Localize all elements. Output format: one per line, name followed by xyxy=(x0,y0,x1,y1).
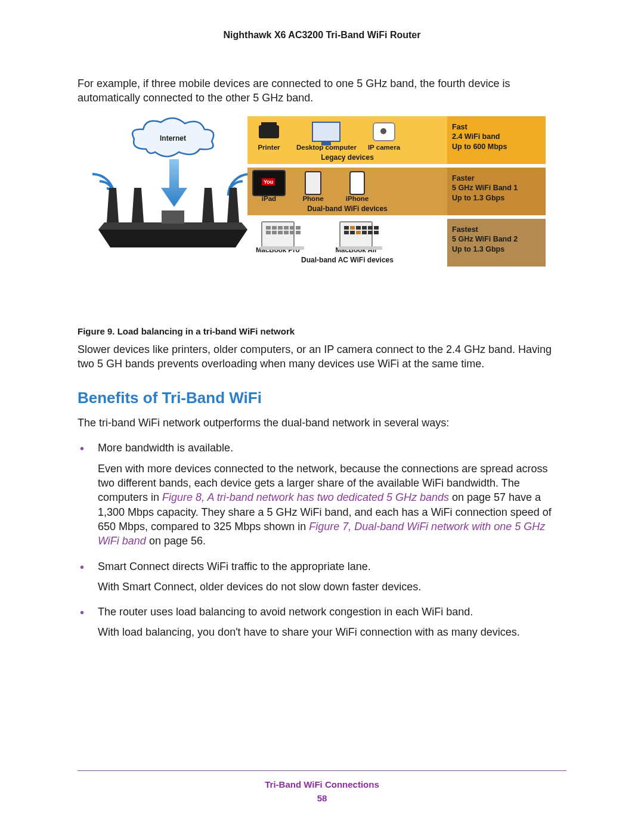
device-ipad: iPad xyxy=(252,171,286,202)
device-label: Printer xyxy=(258,144,280,151)
band-stack: Printer Desktop computer IP camera Legac… xyxy=(247,116,546,318)
speed-band: 5 GHz WiFi Band 2 xyxy=(452,234,541,244)
band-2-4ghz: Printer Desktop computer IP camera Legac… xyxy=(247,116,546,164)
speed-band: 5 GHz WiFi Band 1 xyxy=(452,183,541,193)
bullet-lead: Smart Connect directs WiFi traffic to th… xyxy=(98,559,566,574)
list-item: The router uses load balancing to avoid … xyxy=(78,605,566,640)
svg-marker-2 xyxy=(202,188,214,222)
speed-band: 2.4 WiFi band xyxy=(452,132,541,142)
benefits-list: More bandwidth is available. Even with m… xyxy=(78,441,566,639)
figure-caption: Figure 9. Load balancing in a tri-band W… xyxy=(78,326,566,336)
laptop-icon xyxy=(261,221,295,247)
band-5ghz-2: MacBook Pro MacBook Air Dual-band AC WiF… xyxy=(247,219,546,267)
svg-rect-4 xyxy=(162,210,184,224)
speed-title: Fast xyxy=(452,122,541,132)
section-intro: The tri-band WiFi network outperforms th… xyxy=(78,416,566,430)
device-printer: Printer xyxy=(252,120,286,151)
after-figure-paragraph: Slower devices like printers, older comp… xyxy=(78,342,566,371)
bullet-lead: The router uses load balancing to avoid … xyxy=(98,605,566,619)
phone-icon xyxy=(349,171,365,195)
svg-marker-0 xyxy=(107,188,119,222)
band-speed-info: Fastest 5 GHz WiFi Band 2 Up to 1.3 Gbps xyxy=(447,219,546,267)
bullet-body: Even with more devices connected to the … xyxy=(98,462,566,549)
list-item: Smart Connect directs WiFi traffic to th… xyxy=(78,559,566,594)
device-iphone: iPhone xyxy=(340,171,374,202)
section-heading: Benefits of Tri-Band WiFi xyxy=(78,389,566,407)
group-dualband-devices: Dual-band WiFi devices xyxy=(252,205,442,213)
device-label: Phone xyxy=(302,195,323,202)
device-macbookair: MacBook Air xyxy=(336,222,377,253)
bullet-body: With Smart Connect, older devices do not… xyxy=(98,580,566,594)
group-legacy-devices: Legacy devices xyxy=(252,153,442,162)
speed-rate: Up to 600 Mbps xyxy=(452,142,541,152)
speed-rate: Up to 1.3 Gbps xyxy=(452,193,541,203)
bullet-lead: More bandwidth is available. xyxy=(98,441,566,455)
device-phone: Phone xyxy=(296,171,330,202)
monitor-icon xyxy=(312,122,340,142)
router-column: Internet xyxy=(92,116,247,250)
speed-title: Fastest xyxy=(452,225,541,235)
printer-icon xyxy=(259,125,279,138)
bullet-body: With load balancing, you don't have to s… xyxy=(98,625,566,639)
svg-marker-1 xyxy=(132,188,144,222)
tablet-icon xyxy=(252,170,286,196)
page-footer: Tri-Band WiFi Connections 58 xyxy=(78,770,566,803)
page-number: 58 xyxy=(78,793,566,803)
band-5ghz-1: iPad Phone iPhone Dual-band WiFi devices xyxy=(247,168,546,215)
internet-label: Internet xyxy=(128,134,218,143)
figure-9: Internet xyxy=(92,116,546,318)
cloud-icon: Internet xyxy=(128,116,218,161)
device-ipcamera: IP camera xyxy=(367,120,401,151)
speed-rate: Up to 1.3 Gbps xyxy=(452,244,541,255)
device-label: IP camera xyxy=(368,144,400,151)
group-dualband-ac-devices: Dual-band AC WiFi devices xyxy=(252,256,442,264)
camera-icon xyxy=(373,122,395,141)
router-icon xyxy=(92,188,253,253)
laptop-icon xyxy=(339,221,373,247)
text: on page 56. xyxy=(146,535,206,547)
band-speed-info: Fast 2.4 WiFi band Up to 600 Mbps xyxy=(447,116,546,164)
phone-icon xyxy=(305,171,321,195)
list-item: More bandwidth is available. Even with m… xyxy=(78,441,566,548)
doc-title: Nighthawk X6 AC3200 Tri-Band WiFi Router xyxy=(78,30,566,41)
cross-reference[interactable]: Figure 8, A tri-band network has two ded… xyxy=(162,491,449,503)
footer-section: Tri-Band WiFi Connections xyxy=(78,779,566,789)
speed-title: Faster xyxy=(452,174,541,184)
intro-paragraph: For example, if three mobile devices are… xyxy=(78,76,566,106)
document-page: Nighthawk X6 AC3200 Tri-Band WiFi Router… xyxy=(0,0,644,833)
band-speed-info: Faster 5 GHz WiFi Band 1 Up to 1.3 Gbps xyxy=(447,168,546,215)
svg-marker-3 xyxy=(227,188,239,222)
device-label: iPhone xyxy=(346,195,369,202)
device-desktop: Desktop computer xyxy=(296,120,357,151)
device-macbookpro: MacBook Pro xyxy=(256,222,300,253)
